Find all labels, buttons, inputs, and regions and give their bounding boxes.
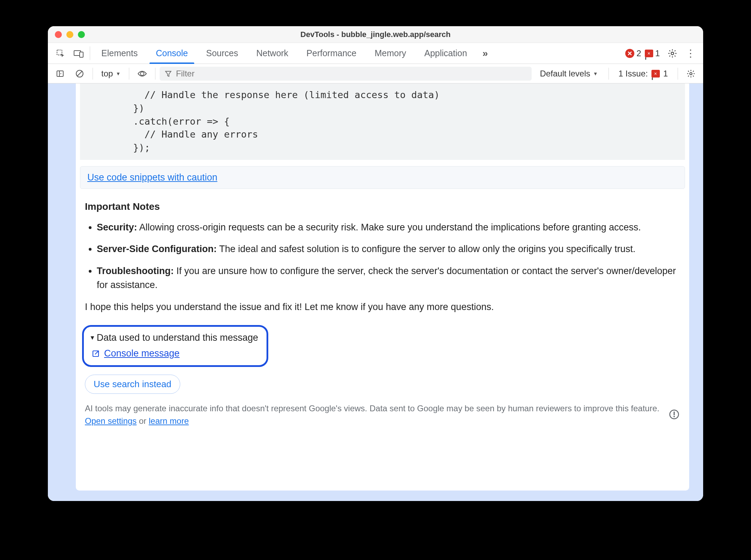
console-settings-gear-icon[interactable] xyxy=(682,66,700,82)
levels-label: Default levels xyxy=(540,69,590,79)
console-content: // Handle the response here (limited acc… xyxy=(48,83,703,501)
live-expression-icon[interactable] xyxy=(133,66,151,82)
svg-rect-4 xyxy=(57,71,63,76)
error-circle-icon xyxy=(625,49,634,58)
kebab-menu-icon[interactable]: ⋮ xyxy=(681,43,700,64)
issue-count: 1 xyxy=(663,69,668,79)
svg-point-8 xyxy=(140,72,144,75)
traffic-lights xyxy=(48,31,85,38)
inspect-element-icon[interactable] xyxy=(51,43,70,64)
disclosure-toggle[interactable]: ▼ Data used to understand this message xyxy=(89,332,258,343)
flag-error-count: 1 xyxy=(655,49,660,58)
issue-flag-icon: × xyxy=(651,70,660,78)
divider xyxy=(678,68,678,80)
filter-input-wrapper[interactable] xyxy=(160,67,531,81)
warning-icon xyxy=(669,409,680,420)
divider xyxy=(129,68,129,80)
list-item: Server-Side Configuration: The ideal and… xyxy=(97,242,680,256)
svg-point-13 xyxy=(673,416,675,418)
filter-icon xyxy=(165,70,172,77)
divider xyxy=(93,68,93,80)
disclaimer-text: AI tools may generate inaccurate info th… xyxy=(85,404,659,413)
svg-rect-2 xyxy=(80,52,83,57)
window-title: DevTools - bubble_jingle.web.app/search xyxy=(48,30,703,39)
tab-application[interactable]: Application xyxy=(415,43,476,64)
notes-heading: Important Notes xyxy=(85,199,680,214)
clear-console-icon[interactable] xyxy=(71,66,88,82)
caret-down-icon: ▼ xyxy=(89,334,95,341)
notes-section: Important Notes Security: Allowing cross… xyxy=(76,189,689,323)
error-badges[interactable]: 2 × 1 xyxy=(622,43,663,64)
snippet-caution-link[interactable]: Use code snippets with caution xyxy=(87,172,217,183)
ai-insight-panel: // Handle the response here (limited acc… xyxy=(76,83,689,491)
svg-point-9 xyxy=(690,72,692,75)
context-selector[interactable]: top ▼ xyxy=(97,69,125,79)
minimize-window-button[interactable] xyxy=(66,31,73,38)
log-levels-selector[interactable]: Default levels ▼ xyxy=(534,69,604,79)
learn-more-link[interactable]: learn more xyxy=(149,416,189,426)
titlebar: DevTools - bubble_jingle.web.app/search xyxy=(48,26,703,43)
console-message-link[interactable]: Console message xyxy=(104,348,180,359)
filter-input[interactable] xyxy=(176,69,526,79)
ai-disclaimer: AI tools may generate inaccurate info th… xyxy=(85,402,680,427)
error-flag-icon: × xyxy=(645,50,653,57)
divider xyxy=(155,68,155,80)
use-search-instead-button[interactable]: Use search instead xyxy=(85,375,180,394)
error-count: 2 xyxy=(636,49,641,58)
tab-network[interactable]: Network xyxy=(247,43,298,64)
code-snippet: // Handle the response here (limited acc… xyxy=(80,83,685,160)
more-tabs-icon[interactable]: » xyxy=(476,43,494,64)
tab-sources[interactable]: Sources xyxy=(197,43,247,64)
main-tabs: Elements Console Sources Network Perform… xyxy=(48,43,703,64)
toggle-sidebar-icon[interactable] xyxy=(51,66,69,82)
zoom-window-button[interactable] xyxy=(78,31,85,38)
issue-label: 1 Issue: xyxy=(619,69,648,79)
console-filter-bar: top ▼ Default levels ▼ 1 Issue: × 1 xyxy=(48,64,703,83)
divider xyxy=(608,68,609,80)
list-item: Troubleshooting: If you are unsure how t… xyxy=(97,264,680,292)
divider xyxy=(90,46,90,60)
data-used-disclosure: ▼ Data used to understand this message C… xyxy=(82,325,268,367)
svg-point-3 xyxy=(671,52,673,54)
disclosure-summary: Data used to understand this message xyxy=(97,332,258,343)
devtools-window: DevTools - bubble_jingle.web.app/search … xyxy=(48,26,703,501)
open-settings-link[interactable]: Open settings xyxy=(85,416,137,426)
disclaimer-middle: or xyxy=(137,416,149,426)
svg-line-7 xyxy=(78,71,82,76)
settings-gear-icon[interactable] xyxy=(663,43,681,64)
list-item: Security: Allowing cross-origin requests… xyxy=(97,220,680,235)
open-external-icon xyxy=(92,349,100,358)
closing-text: I hope this helps you understand the iss… xyxy=(85,300,680,314)
snippet-caution-box: Use code snippets with caution xyxy=(80,166,685,189)
close-window-button[interactable] xyxy=(55,31,62,38)
tab-memory[interactable]: Memory xyxy=(365,43,415,64)
issues-indicator[interactable]: 1 Issue: × 1 xyxy=(613,69,673,79)
caret-down-icon: ▼ xyxy=(593,71,598,76)
tab-elements[interactable]: Elements xyxy=(92,43,147,64)
tab-performance[interactable]: Performance xyxy=(297,43,365,64)
context-label: top xyxy=(101,69,113,79)
tab-console[interactable]: Console xyxy=(147,43,197,64)
device-toolbar-icon[interactable] xyxy=(70,43,88,64)
caret-down-icon: ▼ xyxy=(116,71,121,76)
